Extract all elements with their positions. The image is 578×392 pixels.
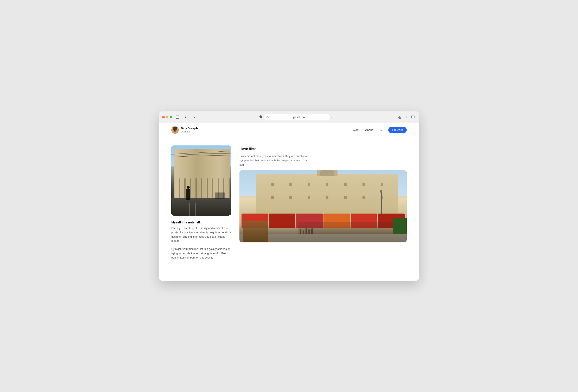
windows-row-1 (263, 183, 391, 186)
dome (317, 170, 337, 176)
windows-row-2 (263, 196, 391, 199)
back-button[interactable] (183, 114, 189, 120)
nav-link-about[interactable]: About (365, 128, 373, 132)
address-bar[interactable]: pixsellz.io (264, 114, 330, 120)
traffic-lights (162, 116, 172, 118)
caption-body-2: By night, you'll find me lost in a galax… (171, 247, 231, 260)
svg-point-10 (173, 128, 177, 130)
browser-window: pixsellz.io (159, 111, 419, 281)
maximize-button[interactable] (170, 116, 172, 118)
svg-rect-6 (412, 116, 414, 118)
browser-actions (397, 114, 416, 120)
site-navigation: Billy Joseph Designer Work About CV Link… (159, 123, 419, 137)
refresh-button[interactable] (331, 115, 335, 119)
right-column: I love films. Films are not merely visua… (240, 145, 407, 272)
caption-body-1: I'm Billy, a creature of curiosity and a… (171, 226, 231, 243)
brand-info: Billy Joseph Designer (181, 127, 198, 133)
nav-brand: Billy Joseph Designer (171, 126, 198, 134)
foreground-figure (243, 221, 268, 242)
new-tab-button[interactable] (403, 114, 409, 120)
caption-section: Myself in a nutshell. I'm Billy, a creat… (171, 220, 231, 261)
site-main: Myself in a nutshell. I'm Billy, a creat… (159, 137, 419, 281)
street-photo (171, 145, 231, 216)
svg-point-12 (176, 130, 176, 131)
nav-link-cv[interactable]: CV (379, 128, 383, 132)
share-button[interactable] (397, 114, 402, 120)
site-favicon (259, 115, 262, 119)
street (171, 198, 231, 216)
nav-link-work[interactable]: Work (353, 128, 359, 132)
avatar (171, 126, 179, 134)
brand-name: Billy Joseph (181, 127, 198, 130)
caption-title: Myself in a nutshell. (171, 220, 231, 224)
market-photo-card (240, 170, 407, 242)
market-photo (240, 170, 407, 242)
tabs-button[interactable] (410, 114, 416, 120)
address-bar-container: pixsellz.io (199, 114, 394, 120)
sidebar-toggle-button[interactable] (175, 114, 180, 120)
browser-content: Billy Joseph Designer Work About CV Link… (159, 123, 419, 281)
browser-toolbar: pixsellz.io (159, 111, 419, 123)
films-heading: I love films. (240, 147, 407, 151)
tram-wires (171, 152, 231, 157)
svg-rect-0 (176, 116, 179, 119)
left-column: Myself in a nutshell. I'm Billy, a creat… (171, 145, 231, 272)
brand-role: Designer (181, 130, 198, 133)
close-button[interactable] (162, 116, 165, 118)
people-walking (298, 222, 407, 234)
nav-linkedin-button[interactable]: LinkedIn (388, 127, 407, 133)
svg-rect-2 (267, 117, 268, 118)
nav-links: Work About CV LinkedIn (353, 127, 407, 133)
films-description: Films are not merely visual narratives; … (240, 154, 310, 167)
minimize-button[interactable] (166, 116, 168, 118)
forward-button[interactable] (191, 114, 197, 120)
url-text: pixsellz.io (270, 116, 328, 119)
crowd-silhouette (215, 192, 225, 199)
lock-icon (266, 116, 269, 118)
street-photo-card (171, 145, 231, 216)
person-silhouette (186, 189, 190, 200)
svg-point-11 (174, 130, 175, 131)
green-vehicle (393, 218, 407, 234)
palace-building (256, 174, 398, 217)
